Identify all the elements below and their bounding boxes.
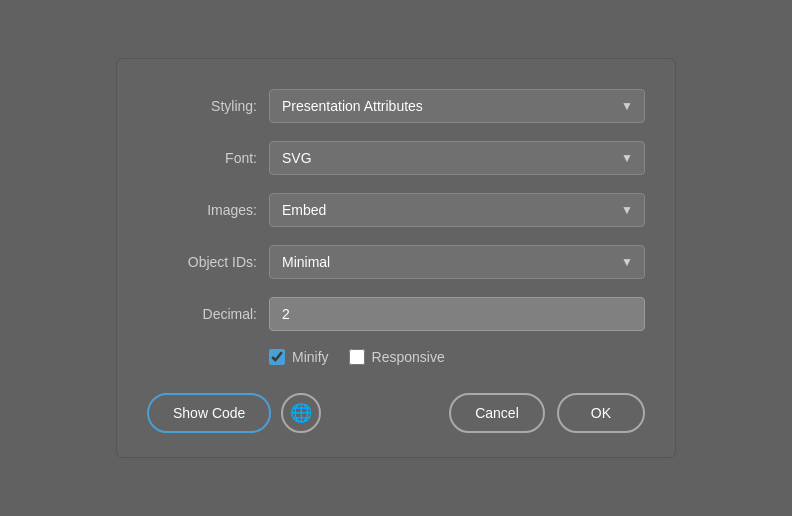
- font-label: Font:: [147, 150, 257, 166]
- font-row: Font: SVG Convert to Outline ▼: [147, 141, 645, 175]
- styling-label: Styling:: [147, 98, 257, 114]
- ok-button[interactable]: OK: [557, 393, 645, 433]
- font-select-wrapper: SVG Convert to Outline ▼: [269, 141, 645, 175]
- cancel-button[interactable]: Cancel: [449, 393, 545, 433]
- responsive-label: Responsive: [372, 349, 445, 365]
- show-code-button[interactable]: Show Code: [147, 393, 271, 433]
- images-label: Images:: [147, 202, 257, 218]
- right-buttons: Cancel OK: [449, 393, 645, 433]
- minify-checkbox[interactable]: [269, 349, 285, 365]
- object-ids-row: Object IDs: Minimal Unique Layer Names ▼: [147, 245, 645, 279]
- responsive-checkbox-label[interactable]: Responsive: [349, 349, 445, 365]
- globe-button[interactable]: 🌐: [281, 393, 321, 433]
- minify-checkbox-label[interactable]: Minify: [269, 349, 329, 365]
- responsive-checkbox[interactable]: [349, 349, 365, 365]
- decimal-label: Decimal:: [147, 306, 257, 322]
- decimal-row: Decimal:: [147, 297, 645, 331]
- styling-row: Styling: Presentation Attributes Interna…: [147, 89, 645, 123]
- font-select[interactable]: SVG Convert to Outline: [269, 141, 645, 175]
- object-ids-select[interactable]: Minimal Unique Layer Names: [269, 245, 645, 279]
- images-select-wrapper: Embed Link Preserve ▼: [269, 193, 645, 227]
- images-select[interactable]: Embed Link Preserve: [269, 193, 645, 227]
- object-ids-label: Object IDs:: [147, 254, 257, 270]
- dialog: Styling: Presentation Attributes Interna…: [116, 58, 676, 458]
- decimal-input[interactable]: [269, 297, 645, 331]
- minify-label: Minify: [292, 349, 329, 365]
- left-buttons: Show Code 🌐: [147, 393, 321, 433]
- button-row: Show Code 🌐 Cancel OK: [147, 393, 645, 433]
- styling-select[interactable]: Presentation Attributes Internal CSS Inl…: [269, 89, 645, 123]
- styling-select-wrapper: Presentation Attributes Internal CSS Inl…: [269, 89, 645, 123]
- object-ids-select-wrapper: Minimal Unique Layer Names ▼: [269, 245, 645, 279]
- images-row: Images: Embed Link Preserve ▼: [147, 193, 645, 227]
- globe-icon: 🌐: [290, 402, 312, 424]
- checkbox-row: Minify Responsive: [269, 349, 645, 365]
